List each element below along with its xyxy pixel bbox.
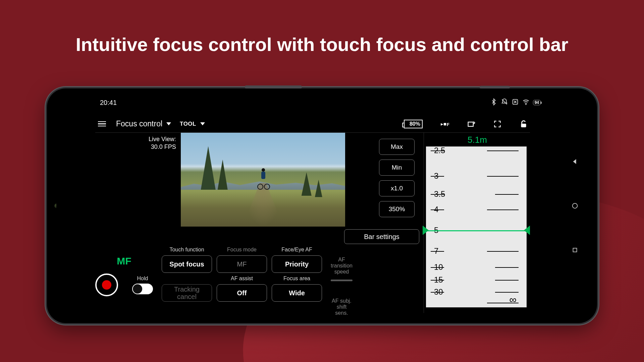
touch-function-button[interactable]: Spot focus	[162, 255, 212, 273]
lock-open-icon[interactable]	[519, 120, 529, 128]
bluetooth-icon	[490, 98, 497, 107]
marketing-headline: Intuitive focus control with touch focus…	[0, 34, 644, 55]
record-icon	[102, 280, 111, 290]
record-button[interactable]	[95, 274, 118, 296]
battery-icon: 94	[533, 100, 541, 105]
focus-mode-button[interactable]: MF	[217, 255, 267, 273]
focus-current-line	[424, 230, 528, 231]
focus-mode-label: Focus mode	[217, 247, 267, 253]
af-indicator-icon[interactable]: ▸■F	[440, 121, 450, 127]
focus-max-button[interactable]: Max	[379, 139, 415, 155]
phone-power-button	[480, 86, 510, 88]
liveview-image[interactable]	[181, 133, 345, 227]
hold-label: Hold	[137, 276, 148, 282]
nav-home-icon[interactable]	[571, 202, 579, 209]
left-column: Live View: 30.0 FPS Bar se	[95, 133, 345, 313]
liveview-fps: 30.0 FPS	[95, 143, 176, 151]
menu-button[interactable]	[97, 120, 107, 128]
phone-screen: 20:41 94	[56, 96, 588, 316]
camera-battery-indicator: 80%	[404, 120, 423, 128]
tool-label: TOOL	[180, 121, 196, 127]
af-transition-speed-slider[interactable]	[331, 280, 353, 281]
chevron-down-icon	[166, 122, 171, 125]
svg-rect-3	[573, 248, 577, 252]
focus-area-label: Focus area	[272, 276, 322, 282]
af-assist-label: AF assist	[217, 276, 267, 282]
focus-distance-value: 5.1m	[425, 135, 529, 145]
hold-toggle[interactable]	[132, 284, 153, 294]
af-transition-speed-label: AF transition speed	[331, 257, 353, 275]
camera-battery-pct: 80%	[404, 120, 423, 128]
app-main: Live View: 30.0 FPS Bar se	[95, 133, 530, 313]
focus-min-button[interactable]: Min	[379, 160, 415, 176]
zoom-presets: Max Min x1.0 350%	[379, 139, 415, 217]
touch-function-label: Touch function	[162, 247, 212, 253]
af-shift-sens-label: AF subj. shift sens.	[331, 298, 353, 316]
svg-point-2	[573, 203, 578, 208]
clock: 20:41	[100, 99, 117, 107]
face-eye-af-label: Face/Eye AF	[272, 247, 322, 253]
rotate-icon[interactable]	[466, 119, 476, 129]
app-root: Focus control TOOL 80% ▸■F	[95, 115, 530, 313]
focus-handle-right-icon[interactable]	[524, 226, 530, 235]
dnd-icon	[501, 98, 508, 107]
liveview-label: Live View:	[95, 135, 176, 143]
mode-label: Focus control	[116, 119, 162, 128]
tracking-cancel-button: Tracking cancel	[162, 284, 212, 302]
tool-dropdown[interactable]: TOOL	[180, 121, 205, 127]
chevron-down-icon	[200, 122, 205, 125]
no-sim-icon	[512, 98, 519, 107]
svg-rect-5	[521, 123, 526, 127]
focus-handle-left-icon[interactable]	[423, 226, 429, 235]
svg-point-1	[526, 104, 526, 105]
bar-settings-button[interactable]: Bar settings	[344, 229, 419, 244]
focus-mode-indicator: MF	[117, 255, 131, 267]
ruler-infinity: ∞	[509, 294, 517, 305]
fullscreen-icon[interactable]	[492, 120, 502, 128]
app-toolbar: Focus control TOOL 80% ▸■F	[95, 115, 530, 133]
nav-recent-icon[interactable]	[571, 246, 579, 254]
svg-rect-4	[468, 122, 473, 126]
phone-frame: 20:41 94	[47, 88, 597, 323]
magnify-350-button[interactable]: 350%	[379, 201, 415, 217]
magnify-1x-button[interactable]: x1.0	[379, 180, 415, 196]
focus-bar[interactable]: 2.5 3 3.5 4 5 7 10	[426, 146, 527, 307]
focus-bar-column: 5.1m 2.5 3 3.5 4 5 7	[425, 133, 529, 313]
face-eye-af-button[interactable]: Priority	[272, 255, 322, 273]
mode-dropdown[interactable]: Focus control	[116, 119, 171, 128]
af-assist-button[interactable]: Off	[217, 284, 267, 302]
status-bar: 20:41 94	[56, 96, 588, 109]
system-nav-bar	[568, 96, 582, 316]
divider	[424, 133, 424, 313]
wifi-icon	[522, 98, 530, 107]
focus-area-button[interactable]: Wide	[272, 284, 322, 302]
nav-back-icon[interactable]	[571, 158, 579, 165]
phone-volume-button	[245, 85, 302, 88]
liveview-info: Live View: 30.0 FPS	[95, 133, 181, 227]
